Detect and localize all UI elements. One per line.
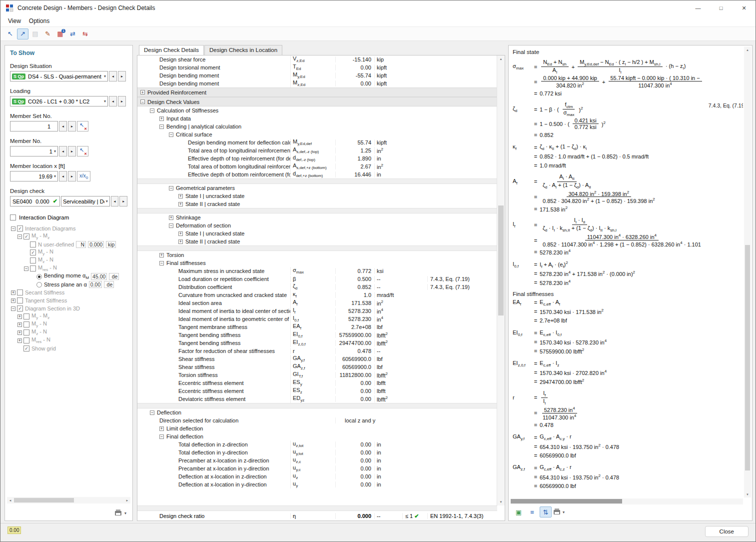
- table-row[interactable]: Direction selected for calculationlocal …: [137, 416, 497, 424]
- tree-item-field[interactable]: 0.000: [88, 241, 104, 248]
- table-row[interactable]: Tangent bending stiffnessEIz,0,f29474700…: [137, 339, 497, 347]
- checkbox[interactable]: [30, 242, 36, 248]
- member-no-next-button[interactable]: ►: [68, 146, 76, 156]
- design-check-ratio-row[interactable]: Design check ratio η 0.000 -- ≤ 1 ✔ EN 1…: [137, 506, 497, 520]
- member-location-next-button[interactable]: ►: [68, 171, 76, 182]
- table-row[interactable]: Precamber at x-location in y-directionuy…: [137, 464, 497, 472]
- formula-horizontal-scrollbar[interactable]: [511, 498, 743, 504]
- checkbox[interactable]: ✓: [17, 226, 23, 232]
- checkbox[interactable]: ✓: [23, 346, 29, 352]
- member-location-prev-button[interactable]: ◄: [59, 171, 67, 182]
- table-row[interactable]: Precamber at x-location in z-directionuz…: [137, 456, 497, 464]
- swap-direction-icon[interactable]: ⇆: [79, 28, 91, 40]
- design-check-type-select[interactable]: Serviceability | Defl... ▾: [61, 196, 110, 206]
- tab-design-checks-in-location[interactable]: Design Checks in Location: [204, 45, 282, 55]
- scroll-up-icon[interactable]: ▲: [497, 56, 505, 62]
- table-row[interactable]: Load duration or repetition coefficientβ…: [137, 275, 497, 283]
- expand-toggle-icon[interactable]: +: [159, 426, 164, 431]
- loading-select[interactable]: S Qp CO26 - LC1 + 0.30 * LC2 ▾: [10, 96, 108, 106]
- expand-toggle-icon[interactable]: −: [11, 306, 15, 311]
- expand-toggle-icon[interactable]: −: [17, 234, 22, 239]
- tree-item[interactable]: +Secant Stiffness: [10, 288, 127, 296]
- expand-toggle-icon[interactable]: −: [24, 266, 28, 271]
- x-x0-toggle[interactable]: x/x0: [77, 171, 90, 182]
- table-row[interactable]: Design shear forceVz,Ed-15.140kip: [137, 56, 497, 64]
- table-row[interactable]: Total area of bottom longitudinal reinfo…: [137, 162, 497, 170]
- table-row[interactable]: −Design Check Values: [137, 97, 497, 106]
- tree-item-field[interactable]: N: [76, 241, 86, 248]
- center-vertical-scrollbar[interactable]: ▲ ▼: [497, 56, 505, 506]
- table-row[interactable]: +Input data: [137, 114, 497, 122]
- table-row[interactable]: Total deflection in z-directionuz,tot0.0…: [137, 440, 497, 448]
- tree-item[interactable]: +Mres - N: [10, 336, 127, 344]
- table-row[interactable]: Total deflection in y-directionuy,tot0.0…: [137, 448, 497, 456]
- table-row[interactable]: +State I | uncracked state: [137, 230, 497, 238]
- tree-item[interactable]: Mz - N: [10, 256, 127, 264]
- checkbox[interactable]: [23, 314, 29, 320]
- pick-member-graphically-button[interactable]: ↖✕: [77, 146, 88, 156]
- select-check-location-icon[interactable]: ↖: [4, 28, 16, 40]
- expand-toggle-icon[interactable]: +: [169, 216, 173, 220]
- table-row[interactable]: −Deformation of section: [137, 222, 497, 230]
- loading-next-button[interactable]: ►: [118, 96, 126, 106]
- checkbox[interactable]: [23, 338, 29, 344]
- table-row[interactable]: Deflection at x-location in z-directionu…: [137, 472, 497, 480]
- table-row[interactable]: Curvature from uncracked and cracked sta…: [137, 291, 497, 299]
- table-row[interactable]: Shear stiffnessGAy,f60569900.0lbf: [137, 355, 497, 363]
- expand-toggle-icon[interactable]: +: [178, 232, 183, 236]
- radio-button[interactable]: [36, 274, 42, 280]
- design-check-prev-button[interactable]: ◄: [111, 196, 119, 206]
- expand-toggle-icon[interactable]: −: [169, 132, 173, 137]
- design-situation-select[interactable]: S Qp DS4 - SLS - Quasi-permanent ▾: [10, 71, 108, 82]
- table-row[interactable]: −Calculation of Stiffnesses: [137, 106, 497, 114]
- tree-item[interactable]: −✓My - Mz: [10, 232, 127, 240]
- table-row[interactable]: −Deflection: [137, 408, 497, 416]
- close-button[interactable]: Close: [705, 526, 749, 537]
- table-row[interactable]: +State II | cracked state: [137, 238, 497, 246]
- table-row[interactable]: Factor for reduction of shear stiffnesse…: [137, 347, 497, 355]
- checkbox[interactable]: [23, 322, 29, 328]
- expand-toggle-icon[interactable]: +: [11, 298, 15, 303]
- expand-toggle-icon[interactable]: −: [140, 100, 145, 104]
- tree-item[interactable]: ✓Show grid: [10, 344, 127, 352]
- tree-item[interactable]: −✓Diagram Section in 3D: [10, 304, 127, 312]
- table-row[interactable]: +State I | uncracked state: [137, 192, 497, 200]
- member-no-prev-button[interactable]: ◄: [59, 146, 67, 156]
- design-situation-prev-button[interactable]: ◄: [109, 71, 117, 82]
- left-horizontal-scrollbar[interactable]: ◄ ►: [7, 497, 130, 504]
- expand-toggle-icon[interactable]: −: [169, 224, 173, 228]
- checkbox[interactable]: ✓: [17, 306, 23, 312]
- checkbox[interactable]: ✓: [23, 234, 29, 240]
- expand-toggle-icon[interactable]: −: [159, 261, 164, 266]
- expand-toggle-icon[interactable]: −: [150, 108, 154, 113]
- table-row[interactable]: +State II | cracked state: [137, 200, 497, 208]
- formula-list-button[interactable]: ≡: [526, 506, 538, 518]
- result-tables-icon[interactable]: ▤: [29, 28, 41, 40]
- tree-item[interactable]: −✓Interaction Diagrams: [10, 224, 127, 232]
- expand-toggle-icon[interactable]: +: [17, 322, 22, 327]
- table-row[interactable]: −Final stiffnesses: [137, 259, 497, 267]
- expand-toggle-icon[interactable]: +: [140, 90, 145, 94]
- tab-design-check-details[interactable]: Design Check Details: [139, 45, 204, 55]
- tree-item-field[interactable]: kip: [106, 241, 116, 248]
- left-print-button[interactable]: ▾: [114, 510, 127, 516]
- tree-item[interactable]: +My - N: [10, 320, 127, 328]
- checkbox[interactable]: [23, 330, 29, 336]
- table-row[interactable]: Total area of top longitudinal reinforce…: [137, 146, 497, 154]
- tree-item-field[interactable]: 45.00: [91, 273, 107, 280]
- table-row[interactable]: Ideal moment of inertia to ideal center …: [137, 307, 497, 315]
- tree-item[interactable]: ✓My - N: [10, 248, 127, 256]
- design-situation-next-button[interactable]: ►: [118, 71, 126, 82]
- table-row[interactable]: −Final deflection: [137, 432, 497, 440]
- table-row[interactable]: Design bending momentMz,Ed0.00kipft: [137, 80, 497, 88]
- member-set-prev-button[interactable]: ◄: [59, 121, 67, 132]
- expand-toggle-icon[interactable]: −: [159, 434, 164, 439]
- expand-toggle-icon[interactable]: −: [150, 410, 154, 415]
- tree-item[interactable]: +My - Mz: [10, 312, 127, 320]
- tree-item[interactable]: Stress plane an α0.00de: [10, 280, 127, 288]
- tree-item[interactable]: Bending mome αM45.00de: [10, 272, 127, 280]
- member-set-next-button[interactable]: ►: [68, 121, 76, 132]
- table-row[interactable]: Eccentric stiffness elementESy0.00lbfft: [137, 379, 497, 387]
- table-row[interactable]: −Geometrical parameters: [137, 184, 497, 192]
- checkbox[interactable]: [30, 258, 36, 264]
